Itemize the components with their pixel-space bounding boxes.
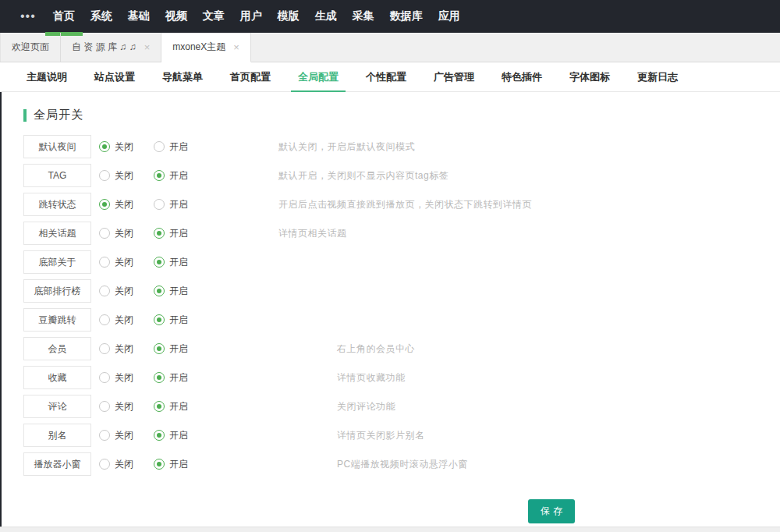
- nav-item[interactable]: 用户: [232, 0, 270, 33]
- save-button[interactable]: 保存: [528, 499, 575, 523]
- radio-open[interactable]: 开启: [154, 400, 200, 413]
- radio-close[interactable]: 关闭: [99, 458, 146, 471]
- radio-close[interactable]: 关闭: [99, 227, 146, 240]
- subnav-tab[interactable]: 全局配置: [291, 62, 346, 91]
- radio-open[interactable]: 开启: [154, 371, 200, 385]
- radio-open[interactable]: 开启: [154, 429, 200, 442]
- radio-selected-icon[interactable]: [154, 228, 165, 239]
- radio-label: 关闭: [115, 314, 133, 327]
- setting-label: 评论: [23, 395, 91, 418]
- radio-open[interactable]: 开启: [154, 314, 200, 327]
- radio-selected-icon[interactable]: [154, 459, 165, 470]
- radio-close[interactable]: 关闭: [99, 198, 146, 211]
- workspace-tab[interactable]: 自 资 源 库 ♫ ♫×: [61, 33, 161, 62]
- radio-selected-icon[interactable]: [154, 430, 165, 441]
- setting-row: 底部关于关闭开启: [23, 250, 780, 274]
- setting-row: 播放器小窗关闭开启PC端播放视频时滚动悬浮小窗: [23, 452, 780, 476]
- radio-selected-icon[interactable]: [154, 170, 165, 181]
- radio-close[interactable]: 关闭: [99, 342, 146, 356]
- more-menu-icon[interactable]: •••: [20, 0, 36, 33]
- subnav-tab[interactable]: 导航菜单: [155, 62, 210, 91]
- subnav-tab-label: 更新日志: [637, 70, 678, 84]
- radio-unselected-icon[interactable]: [154, 199, 165, 210]
- radio-close[interactable]: 关闭: [99, 285, 146, 298]
- radio-unselected-icon[interactable]: [99, 170, 110, 181]
- radio-unselected-icon[interactable]: [99, 372, 110, 383]
- radio-unselected-icon[interactable]: [99, 343, 110, 354]
- nav-item[interactable]: 生成: [307, 0, 345, 33]
- setting-row: 跳转状态关闭开启开启后点击视频直接跳到播放页，关闭状态下跳转到详情页: [23, 193, 780, 216]
- tab-close-icon[interactable]: ×: [144, 42, 151, 52]
- subnav-tab[interactable]: 广告管理: [427, 62, 481, 91]
- radio-selected-icon[interactable]: [154, 372, 165, 383]
- nav-item[interactable]: 系统: [83, 0, 120, 33]
- radio-selected-icon[interactable]: [154, 343, 165, 354]
- setting-label: 底部关于: [23, 250, 91, 274]
- radio-selected-icon[interactable]: [99, 141, 110, 152]
- radio-open[interactable]: 开启: [154, 198, 200, 211]
- subnav-tab[interactable]: 个性配置: [359, 62, 413, 91]
- settings-panel: 全局开关 默认夜间关闭开启默认关闭，开启后默认夜间模式TAG关闭开启默认开启，关…: [0, 92, 780, 523]
- nav-item[interactable]: 数据库: [382, 0, 431, 33]
- radio-open[interactable]: 开启: [154, 285, 200, 298]
- workspace-tab[interactable]: 欢迎页面: [0, 33, 61, 62]
- subnav-tab[interactable]: 主题说明: [20, 62, 74, 91]
- nav-item-label: 用户: [240, 9, 262, 23]
- tab-strip: 欢迎页面自 资 源 库 ♫ ♫×mxoneX主题×: [0, 33, 780, 62]
- radio-open[interactable]: 开启: [154, 227, 200, 240]
- radio-unselected-icon[interactable]: [99, 401, 110, 412]
- subnav-tab-label: 导航菜单: [162, 70, 203, 84]
- radio-close[interactable]: 关闭: [99, 256, 146, 269]
- nav-item-label: 文章: [203, 9, 225, 23]
- subnav-tab[interactable]: 字体图标: [562, 62, 617, 91]
- radio-label: 关闭: [115, 458, 133, 471]
- nav-item[interactable]: 应用: [431, 0, 468, 33]
- radio-selected-icon[interactable]: [154, 257, 165, 268]
- radio-unselected-icon[interactable]: [154, 141, 165, 152]
- radio-close[interactable]: 关闭: [99, 140, 146, 154]
- setting-description: 关闭评论功能: [337, 400, 395, 413]
- radio-label: 开启: [169, 458, 188, 471]
- radio-open[interactable]: 开启: [154, 256, 200, 269]
- radio-open[interactable]: 开启: [154, 140, 200, 154]
- setting-label: 默认夜间: [23, 135, 91, 158]
- radio-selected-icon[interactable]: [154, 314, 165, 325]
- radio-close[interactable]: 关闭: [99, 400, 146, 413]
- tab-close-icon[interactable]: ×: [233, 42, 239, 52]
- subnav-tab[interactable]: 更新日志: [630, 62, 685, 91]
- nav-item[interactable]: 模版: [270, 0, 307, 33]
- radio-close[interactable]: 关闭: [99, 314, 146, 327]
- radio-close[interactable]: 关闭: [99, 371, 146, 385]
- subnav-tab[interactable]: 特色插件: [495, 62, 549, 91]
- workspace-tab[interactable]: mxoneX主题×: [161, 33, 251, 62]
- setting-row: 会员关闭开启右上角的会员中心: [23, 337, 780, 360]
- radio-unselected-icon[interactable]: [99, 314, 110, 325]
- radio-open[interactable]: 开启: [154, 458, 200, 471]
- setting-description: 默认关闭，开启后默认夜间模式: [278, 140, 415, 154]
- radio-unselected-icon[interactable]: [99, 286, 110, 296]
- radio-open[interactable]: 开启: [154, 169, 200, 183]
- nav-item[interactable]: 文章: [195, 0, 232, 33]
- radio-unselected-icon[interactable]: [99, 228, 110, 239]
- nav-item[interactable]: 首页: [45, 0, 83, 33]
- nav-item-label: 视频: [165, 9, 187, 23]
- radio-unselected-icon[interactable]: [99, 430, 110, 441]
- radio-open[interactable]: 开启: [154, 342, 200, 356]
- setting-row: 别名关闭开启详情页关闭影片别名: [23, 424, 780, 447]
- radio-close[interactable]: 关闭: [99, 429, 146, 442]
- radio-selected-icon[interactable]: [154, 286, 165, 296]
- setting-row: 相关话题关闭开启详情页相关话题: [23, 222, 780, 245]
- setting-row: 豆瓣跳转关闭开启: [23, 308, 780, 332]
- subnav-tab[interactable]: 首页配置: [223, 62, 278, 91]
- radio-unselected-icon[interactable]: [99, 257, 110, 268]
- radio-unselected-icon[interactable]: [99, 459, 110, 470]
- subnav-tab[interactable]: 站点设置: [87, 62, 142, 91]
- radio-close[interactable]: 关闭: [99, 169, 146, 183]
- radio-selected-icon[interactable]: [99, 199, 110, 210]
- radio-selected-icon[interactable]: [154, 401, 165, 412]
- radio-label: 开启: [169, 169, 188, 183]
- nav-item[interactable]: 采集: [345, 0, 382, 33]
- nav-item[interactable]: 视频: [158, 0, 195, 33]
- left-edge-divider: [0, 92, 2, 527]
- nav-item[interactable]: 基础: [120, 0, 158, 33]
